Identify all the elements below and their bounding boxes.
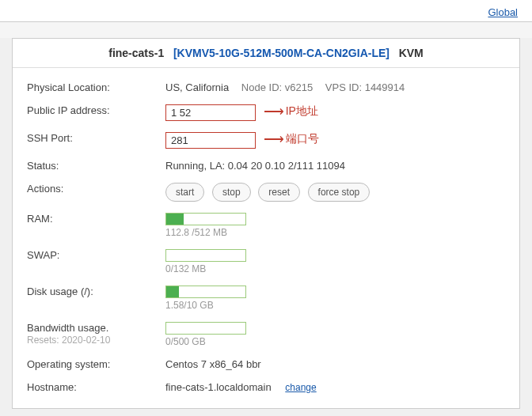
value-location: US, California Node ID: v6215 VPS ID: 14…	[165, 81, 505, 93]
reset-button[interactable]: reset	[258, 183, 300, 202]
global-link[interactable]: Global	[488, 6, 518, 18]
ram-bar	[165, 213, 246, 225]
row-ram: RAM: 112.8 /512 MB	[13, 207, 519, 244]
swap-bar	[165, 249, 246, 262]
server-type: KVM	[399, 47, 424, 59]
label-actions: Actions:	[27, 183, 165, 195]
label-swap: SWAP:	[27, 249, 165, 261]
row-hostname: Hostname: fine-cats-1.localdomain change	[13, 376, 519, 399]
ip-address-box: 1 52	[165, 104, 256, 121]
value-ip: 1 52 ⟶ IP地址	[165, 104, 505, 121]
bw-bar	[165, 322, 246, 335]
rows: Physical Location: US, California Node I…	[13, 68, 519, 399]
location-node: Node ID: v6215	[241, 81, 313, 93]
server-plan: [KVMV5-10G-512M-500M-CA-CN2GIA-LE]	[173, 47, 390, 59]
value-ssh: 281 ⟶ 端口号	[165, 132, 505, 149]
label-hostname: Hostname:	[27, 381, 165, 393]
bw-reset-text: Resets: 2020-02-10	[27, 335, 110, 346]
gap	[0, 22, 532, 38]
force-stop-button[interactable]: force stop	[308, 183, 370, 202]
row-status: Status: Running, LA: 0.04 20 0.10 2/111 …	[13, 154, 519, 177]
change-hostname-link[interactable]: change	[285, 382, 316, 393]
ram-text: 112.8 /512 MB	[165, 227, 505, 238]
server-name: fine-cats-1	[108, 47, 164, 59]
row-os: Operating system: Centos 7 x86_64 bbr	[13, 353, 519, 376]
label-ip: Public IP address:	[27, 104, 165, 116]
swap-text: 0/132 MB	[165, 263, 505, 274]
bw-label-text: Bandwidth usage.	[27, 322, 108, 334]
ip-annotation: ⟶ IP地址	[264, 104, 318, 119]
location-place: US, California	[165, 81, 229, 93]
ssh-port-box: 281	[165, 132, 256, 149]
ip-annotation-text: IP地址	[286, 104, 318, 119]
label-disk: Disk usage (/):	[27, 286, 165, 297]
hostname-text: fine-cats-1.localdomain	[165, 381, 272, 393]
row-disk: Disk usage (/): 1.58/10 GB	[13, 280, 519, 316]
label-ram: RAM:	[27, 213, 165, 225]
value-actions: start stop reset force stop	[165, 183, 505, 202]
row-ip: Public IP address: 1 52 ⟶ IP地址	[13, 99, 519, 127]
label-status: Status:	[27, 160, 165, 172]
row-location: Physical Location: US, California Node I…	[13, 76, 519, 99]
row-swap: SWAP: 0/132 MB	[13, 244, 519, 280]
row-actions: Actions: start stop reset force stop	[13, 177, 519, 207]
value-disk: 1.58/10 GB	[165, 286, 505, 311]
disk-bar-fill	[166, 286, 179, 297]
panel-header: fine-cats-1 [KVMV5-10G-512M-500M-CA-CN2G…	[13, 39, 519, 68]
value-status: Running, LA: 0.04 20 0.10 2/111 11094	[165, 160, 505, 172]
ram-bar-fill	[166, 214, 184, 225]
value-os: Centos 7 x86_64 bbr	[165, 358, 505, 370]
disk-bar	[165, 286, 246, 298]
ssh-annotation: ⟶ 端口号	[264, 132, 319, 146]
os-text: Centos 7 x86_64 bbr	[165, 358, 261, 370]
value-hostname: fine-cats-1.localdomain change	[165, 381, 505, 393]
label-ssh: SSH Port:	[27, 132, 165, 144]
status-text: Running, LA: 0.04 20 0.10 2/111 11094	[165, 160, 345, 172]
value-swap: 0/132 MB	[165, 249, 505, 274]
start-button[interactable]: start	[165, 183, 204, 202]
bw-text: 0/500 GB	[165, 336, 505, 347]
label-location: Physical Location:	[27, 81, 165, 93]
row-bw: Bandwidth usage. Resets: 2020-02-10 0/50…	[13, 316, 519, 353]
top-link-bar: Global	[0, 0, 532, 22]
location-vps: VPS ID: 1449914	[325, 81, 405, 93]
disk-text: 1.58/10 GB	[165, 300, 505, 311]
row-ssh: SSH Port: 281 ⟶ 端口号	[13, 127, 519, 154]
value-ram: 112.8 /512 MB	[165, 213, 505, 238]
server-panel: fine-cats-1 [KVMV5-10G-512M-500M-CA-CN2G…	[12, 38, 520, 409]
label-os: Operating system:	[27, 358, 165, 370]
stop-button[interactable]: stop	[212, 183, 251, 202]
ssh-annotation-text: 端口号	[286, 132, 319, 146]
label-bw: Bandwidth usage. Resets: 2020-02-10	[27, 322, 165, 346]
value-bw: 0/500 GB	[165, 322, 505, 347]
